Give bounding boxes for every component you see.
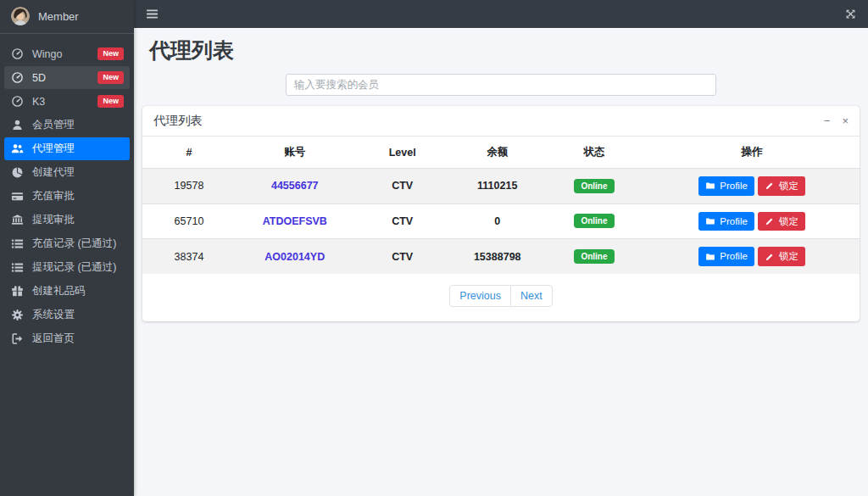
folder-icon xyxy=(705,252,715,262)
users-icon xyxy=(10,142,25,155)
top-navbar xyxy=(134,0,868,28)
user-avatar xyxy=(11,7,30,25)
card-title: 代理列表 xyxy=(153,113,203,129)
cell-level: CTV xyxy=(354,169,451,204)
lock-button[interactable]: 锁定 xyxy=(758,247,805,266)
sidebar: Member Wingo New 5D New xyxy=(0,0,134,496)
sidebar-item-k3[interactable]: K3 New xyxy=(4,90,130,113)
sidebar-item-label: 创建礼品码 xyxy=(32,284,86,298)
agent-table: # 账号 Level 余额 状态 操作 19578 44556677 CTV 1… xyxy=(142,137,860,274)
sidebar-item-withdraw-records[interactable]: 提现记录 (已通过) xyxy=(4,256,130,279)
fullscreen-button[interactable] xyxy=(845,8,856,20)
sidebar-item-label: 5D xyxy=(32,72,46,84)
close-icon[interactable]: × xyxy=(842,115,849,126)
sidebar-item-label: 代理管理 xyxy=(32,142,75,156)
sign-out-icon xyxy=(10,332,25,345)
header-level: Level xyxy=(354,137,451,169)
sidebar-item-label: 系统设置 xyxy=(32,308,75,322)
next-page-button[interactable]: Next xyxy=(510,285,553,307)
gauge-icon xyxy=(10,47,25,60)
profile-button[interactable]: Profile xyxy=(698,247,754,266)
cell-id: 19578 xyxy=(142,169,236,204)
gauge-icon xyxy=(10,95,25,108)
header-id: # xyxy=(142,137,236,169)
new-badge: New xyxy=(97,47,124,60)
sidebar-item-label: K3 xyxy=(32,96,45,108)
pencil-icon xyxy=(765,252,775,262)
sidebar-item-label: 提现审批 xyxy=(32,213,75,227)
sidebar-item-system-settings[interactable]: 系统设置 xyxy=(4,304,130,326)
header-actions: 操作 xyxy=(644,137,860,169)
sidebar-item-label: 返回首页 xyxy=(32,332,75,346)
sidebar-item-agent-management[interactable]: 代理管理 xyxy=(4,137,130,160)
minimize-icon[interactable]: − xyxy=(824,115,831,126)
table-row: 65710 ATDOEFSVB CTV 0 Online Profile 锁定 xyxy=(142,203,860,239)
status-badge: Online xyxy=(574,179,614,193)
card-tools: − × xyxy=(824,115,849,126)
user-icon xyxy=(10,119,25,131)
account-link[interactable]: 44556677 xyxy=(271,180,319,192)
sidebar-item-label: Wingo xyxy=(32,48,62,60)
header-status: 状态 xyxy=(544,137,644,169)
pie-chart-icon xyxy=(10,166,25,179)
sidebar-item-back-home[interactable]: 返回首页 xyxy=(4,327,130,350)
account-link[interactable]: ATDOEFSVB xyxy=(263,215,327,227)
profile-button[interactable]: Profile xyxy=(698,176,754,196)
sidebar-menu: Wingo New 5D New K3 New xyxy=(0,34,134,359)
new-badge: New xyxy=(97,71,124,84)
user-name: Member xyxy=(38,10,79,23)
folder-icon xyxy=(705,181,715,191)
sidebar-item-deposit-approval[interactable]: 充值审批 xyxy=(4,185,130,208)
sidebar-item-deposit-records[interactable]: 充值记录 (已通过) xyxy=(4,232,130,255)
sidebar-item-5d[interactable]: 5D New xyxy=(4,66,130,89)
lock-button[interactable]: 锁定 xyxy=(758,176,805,196)
content: 代理列表 代理列表 − × # 账号 Level 余额 xyxy=(134,28,868,321)
cell-id: 38374 xyxy=(142,239,236,274)
sidebar-toggle-button[interactable] xyxy=(146,8,159,20)
header-account: 账号 xyxy=(236,137,354,169)
sidebar-item-member-management[interactable]: 会员管理 xyxy=(4,114,130,137)
expand-arrows-icon xyxy=(845,8,856,20)
sidebar-item-create-agent[interactable]: 创建代理 xyxy=(4,161,130,184)
sidebar-item-label: 提现记录 (已通过) xyxy=(32,260,116,275)
card-header: 代理列表 − × xyxy=(142,106,860,137)
gauge-icon xyxy=(10,71,25,84)
cell-balance: 1110215 xyxy=(451,169,544,204)
cell-balance: 0 xyxy=(451,203,544,239)
new-badge: New xyxy=(97,95,124,108)
pencil-icon xyxy=(765,216,775,226)
sidebar-item-withdraw-approval[interactable]: 提现审批 xyxy=(4,209,130,231)
profile-button[interactable]: Profile xyxy=(698,212,754,231)
pagination: Previous Next xyxy=(142,274,860,321)
gear-icon xyxy=(10,309,25,321)
hamburger-icon xyxy=(146,8,159,20)
main-area: 代理列表 代理列表 − × # 账号 Level 余额 xyxy=(134,0,868,496)
sidebar-item-wingo[interactable]: Wingo New xyxy=(4,42,130,65)
agent-list-card: 代理列表 − × # 账号 Level 余额 状态 操作 xyxy=(142,106,860,321)
account-link[interactable]: AO02014YD xyxy=(264,251,325,263)
cell-level: CTV xyxy=(354,203,451,239)
list-icon xyxy=(10,237,25,250)
cell-id: 65710 xyxy=(142,203,236,239)
folder-icon xyxy=(705,216,715,226)
page-title: 代理列表 xyxy=(149,37,853,63)
table-header-row: # 账号 Level 余额 状态 操作 xyxy=(142,137,860,169)
sidebar-item-label: 充值审批 xyxy=(32,189,75,203)
sidebar-item-label: 创建代理 xyxy=(32,165,75,180)
credit-card-icon xyxy=(10,190,25,203)
sidebar-item-label: 充值记录 (已通过) xyxy=(32,237,116,251)
header-balance: 余额 xyxy=(451,137,544,169)
status-badge: Online xyxy=(574,214,614,228)
status-badge: Online xyxy=(574,249,614,264)
search-input[interactable] xyxy=(286,74,716,96)
search-row xyxy=(134,74,868,96)
lock-button[interactable]: 锁定 xyxy=(758,212,805,231)
list-icon xyxy=(10,261,25,274)
table-row: 19578 44556677 CTV 1110215 Online Profil… xyxy=(142,169,860,204)
previous-page-button[interactable]: Previous xyxy=(449,285,511,307)
pencil-icon xyxy=(765,181,775,191)
sidebar-item-create-giftcode[interactable]: 创建礼品码 xyxy=(4,280,130,303)
table-row: 38374 AO02014YD CTV 15388798 Online Prof… xyxy=(142,239,860,274)
gift-icon xyxy=(10,285,25,298)
user-panel: Member xyxy=(0,0,134,34)
